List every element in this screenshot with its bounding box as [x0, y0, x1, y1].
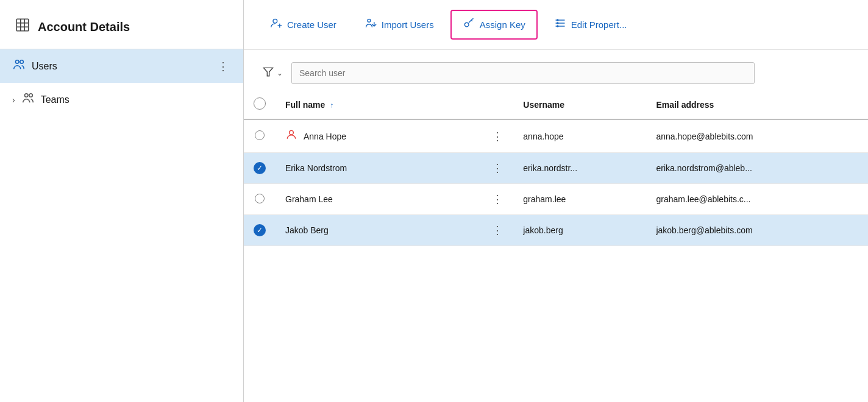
- svg-point-18: [557, 19, 558, 21]
- row-more[interactable]: ⋮: [482, 153, 513, 184]
- user-cell: Jakob Berg: [285, 225, 472, 235]
- sidebar: Account Details Users ⋮ › Teams: [0, 0, 244, 402]
- col-fullname[interactable]: Full name ↑: [276, 90, 482, 119]
- svg-point-5: [16, 60, 20, 64]
- assign-key-label: Assign Key: [480, 19, 525, 30]
- row-more[interactable]: ⋮: [482, 119, 513, 153]
- row-email: graham.lee@ablebits.c...: [646, 184, 868, 215]
- filter-button[interactable]: ⌄: [258, 63, 286, 83]
- row-fullname: Graham Lee: [276, 184, 482, 215]
- create-user-button[interactable]: Create User: [258, 10, 348, 39]
- main-content: Create User Import Users: [244, 0, 868, 402]
- col-more: [482, 90, 513, 119]
- import-users-button[interactable]: Import Users: [353, 10, 446, 39]
- search-area: ⌄: [244, 50, 868, 90]
- svg-marker-21: [264, 68, 273, 76]
- row-username: graham.lee: [513, 184, 646, 215]
- user-fullname: Jakob Berg: [285, 225, 329, 235]
- more-menu-icon[interactable]: ⋮: [492, 130, 503, 143]
- sidebar-header: Account Details: [0, 0, 243, 49]
- user-cell: Erika Nordstrom: [285, 163, 472, 173]
- row-select[interactable]: [244, 119, 276, 153]
- toolbar: Create User Import Users: [244, 0, 868, 50]
- svg-point-8: [29, 94, 33, 97]
- create-user-label: Create User: [287, 19, 336, 30]
- user-fullname: Graham Lee: [285, 194, 333, 204]
- users-table: Full name ↑ Username Email address: [244, 90, 868, 246]
- svg-point-20: [557, 25, 558, 27]
- sort-asc-icon: ↑: [330, 101, 333, 110]
- users-label: Users: [32, 61, 209, 72]
- table-row[interactable]: ✓ Erika Nordstrom ⋮ erika.nordstr... eri…: [244, 153, 868, 184]
- row-username: jakob.berg: [513, 215, 646, 246]
- more-menu-icon[interactable]: ⋮: [492, 224, 503, 236]
- search-input[interactable]: [291, 62, 755, 84]
- sidebar-item-teams[interactable]: › Teams: [0, 83, 243, 116]
- filter-chevron-icon: ⌄: [277, 69, 283, 77]
- teams-icon: [21, 91, 35, 108]
- svg-rect-0: [16, 19, 29, 31]
- teams-expand-icon: ›: [12, 95, 15, 105]
- row-radio-unchecked[interactable]: [255, 194, 265, 203]
- svg-point-14: [464, 23, 469, 27]
- row-fullname: Erika Nordstrom: [276, 153, 482, 184]
- row-select[interactable]: [244, 184, 276, 215]
- user-cell: Graham Lee: [285, 194, 472, 204]
- svg-point-19: [557, 22, 558, 24]
- row-checkbox-checked[interactable]: ✓: [254, 162, 266, 174]
- edit-properties-label: Edit Propert...: [571, 19, 627, 30]
- col-select: [244, 90, 276, 119]
- username-header: Username: [523, 100, 564, 110]
- import-users-label: Import Users: [382, 19, 434, 30]
- row-select[interactable]: ✓: [244, 153, 276, 184]
- row-more[interactable]: ⋮: [482, 184, 513, 215]
- row-fullname: Jakob Berg: [276, 215, 482, 246]
- fullname-header: Full name: [285, 100, 325, 110]
- row-fullname: Anna Hope: [276, 119, 482, 153]
- select-all-radio[interactable]: [254, 97, 266, 110]
- users-menu-icon[interactable]: ⋮: [215, 58, 231, 74]
- sidebar-item-users[interactable]: Users ⋮: [0, 49, 243, 83]
- user-fullname: Erika Nordstrom: [285, 163, 347, 173]
- row-select[interactable]: ✓: [244, 215, 276, 246]
- create-user-icon: [270, 17, 282, 32]
- col-email: Email address: [646, 90, 868, 119]
- account-details-title: Account Details: [38, 20, 130, 34]
- edit-properties-button[interactable]: Edit Propert...: [542, 10, 639, 39]
- row-radio-unchecked[interactable]: [255, 130, 265, 140]
- svg-point-7: [24, 94, 28, 97]
- filter-icon: [262, 66, 274, 81]
- svg-point-6: [20, 60, 24, 64]
- table-header-row: Full name ↑ Username Email address: [244, 90, 868, 119]
- svg-point-22: [290, 130, 294, 135]
- user-red-icon: [285, 129, 297, 144]
- table-row[interactable]: ✓ Jakob Berg ⋮ jakob.berg jakob.berg@abl…: [244, 215, 868, 246]
- table-row[interactable]: Graham Lee ⋮ graham.lee graham.lee@ableb…: [244, 184, 868, 215]
- assign-key-icon: [463, 17, 475, 32]
- users-icon: [12, 58, 26, 74]
- col-username: Username: [513, 90, 646, 119]
- row-email: erika.nordstrom@ableb...: [646, 153, 868, 184]
- row-username: erika.nordstr...: [513, 153, 646, 184]
- import-users-icon: [365, 17, 377, 32]
- teams-label: Teams: [41, 94, 69, 105]
- more-menu-icon[interactable]: ⋮: [492, 162, 503, 174]
- svg-point-12: [368, 19, 371, 22]
- users-table-area: Full name ↑ Username Email address: [244, 90, 868, 402]
- assign-key-button[interactable]: Assign Key: [450, 10, 538, 40]
- svg-point-9: [273, 19, 277, 23]
- row-more[interactable]: ⋮: [482, 215, 513, 246]
- user-cell: Anna Hope: [285, 129, 472, 144]
- row-email: anna.hope@ablebits.com: [646, 119, 868, 153]
- edit-properties-icon: [554, 17, 566, 32]
- email-header: Email address: [656, 100, 714, 110]
- building-icon: [15, 17, 30, 37]
- table-row[interactable]: Anna Hope ⋮ anna.hope anna.hope@ablebits…: [244, 119, 868, 153]
- more-menu-icon[interactable]: ⋮: [492, 193, 503, 205]
- row-email: jakob.berg@ablebits.com: [646, 215, 868, 246]
- row-username: anna.hope: [513, 119, 646, 153]
- user-fullname: Anna Hope: [304, 132, 346, 141]
- row-checkbox-checked[interactable]: ✓: [254, 224, 266, 236]
